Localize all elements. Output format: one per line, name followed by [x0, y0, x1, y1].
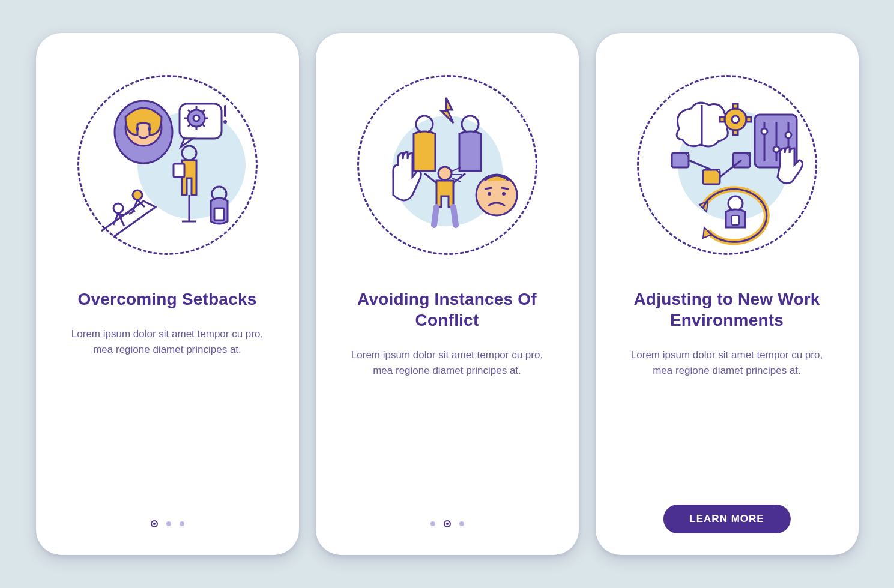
pagination-dot-2[interactable] — [444, 520, 451, 527]
pagination-dot-1[interactable] — [151, 520, 158, 527]
illustration-container — [357, 75, 537, 255]
onboarding-screen-1: Overcoming Setbacks Lorem ipsum dolor si… — [36, 33, 299, 555]
illustration-container — [77, 75, 258, 255]
screen-title: Adjusting to New Work Environments — [631, 289, 823, 331]
screen-body: Lorem ipsum dolor sit amet tempor cu pro… — [351, 347, 543, 379]
pagination-dot-3[interactable] — [459, 521, 464, 526]
pagination-dot-1[interactable] — [430, 521, 435, 526]
pagination-dots — [316, 520, 579, 527]
onboarding-screen-2: Avoiding Instances Of Conflict Lorem ips… — [316, 33, 579, 555]
screen-title: Avoiding Instances Of Conflict — [351, 289, 543, 331]
pagination-dot-3[interactable] — [180, 521, 184, 526]
dashed-circle — [357, 75, 537, 255]
screen-body: Lorem ipsum dolor sit amet tempor cu pro… — [71, 326, 264, 358]
learn-more-button[interactable]: LEARN MORE — [663, 505, 790, 533]
screen-body: Lorem ipsum dolor sit amet tempor cu pro… — [631, 347, 823, 379]
pagination-dot-2[interactable] — [166, 521, 171, 526]
dashed-circle — [637, 75, 817, 255]
pagination-dots — [36, 520, 299, 527]
illustration-container — [637, 75, 817, 255]
dashed-circle — [77, 75, 258, 255]
onboarding-screen-3: Adjusting to New Work Environments Lorem… — [596, 33, 859, 555]
screen-title: Overcoming Setbacks — [78, 289, 257, 310]
